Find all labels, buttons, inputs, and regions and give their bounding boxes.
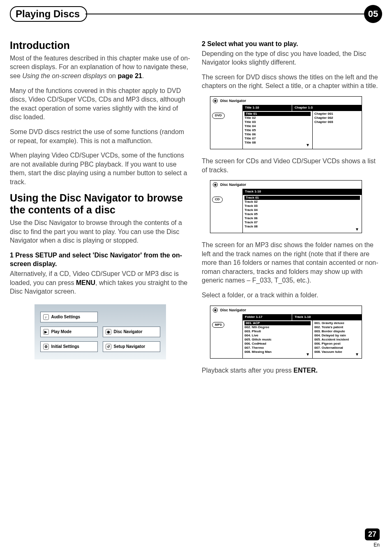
page-ref: page 21 <box>118 72 142 79</box>
title-item[interactable]: Title 05 <box>244 128 311 132</box>
right-column: 2 Select what you want to play. Dependin… <box>202 39 382 380</box>
menu-label: Audio Settings <box>51 314 81 320</box>
folder-item[interactable]: 006. CodHead <box>244 342 311 346</box>
menu-label: Initial Settings <box>51 344 79 350</box>
titles-header: Title 1-10 <box>242 105 292 111</box>
title-item[interactable]: Title 08 <box>244 141 311 145</box>
track-item[interactable]: 008. Vacuum tube <box>314 350 360 354</box>
mp3-select: Select a folder, or a track within a fol… <box>202 291 382 300</box>
navigator-label: Disc Navigator <box>220 98 246 103</box>
chapters-header: Chapter 1-3 <box>292 105 362 111</box>
folder-list[interactable]: 001. ACP 002. Nth Degree 003. Pfeuti 004… <box>242 320 312 358</box>
disc-type-tag: MP3 <box>212 322 224 328</box>
track-item[interactable]: 004. Delayed by rain <box>314 334 360 338</box>
folder-item[interactable]: 004. Live <box>244 334 311 338</box>
enter-key: ENTER. <box>293 367 318 374</box>
page-header: Playing Discs 05 <box>0 0 392 23</box>
navigator-label: Disc Navigator <box>220 308 246 313</box>
track-list[interactable]: Track 01 Track 02 Track 03 Track 04 Trac… <box>242 195 362 233</box>
title-item[interactable]: Title 03 <box>244 120 311 124</box>
folder-item[interactable]: 002. Nth Degree <box>244 325 311 329</box>
cd-intro: The screen for CDs and Video CD/Super VC… <box>202 157 382 174</box>
introduction-heading: Introduction <box>10 39 190 51</box>
chapter-list[interactable]: Chapter 001 Chapter 002 Chapter 003 <box>312 111 362 149</box>
page-number-badge: 27 <box>365 528 380 540</box>
folders-header: Folder 1-17 <box>242 314 292 320</box>
step-2-title: 2 Select what you want to play. <box>202 39 382 49</box>
title-item[interactable]: Title 06 <box>244 132 311 137</box>
title-list[interactable]: Title 01 Title 02 Title 03 Title 04 Titl… <box>242 111 312 149</box>
intro-paragraph-4: When playing Video CD/Super VCDs, some o… <box>10 151 190 186</box>
scroll-down-icon[interactable]: ▼ <box>306 143 310 148</box>
mp3-intro: The screen for an MP3 disc shows the fol… <box>202 241 382 285</box>
dvd-navigator-figure: ◉ Disc Navigator Title 1-10 Chapter 1-3 … <box>210 96 362 149</box>
track-item[interactable]: 005. Accident incident <box>314 338 360 342</box>
empty-cell <box>103 312 160 322</box>
track-item[interactable]: Track 04 <box>244 208 360 212</box>
setup-navigator-icon: ↺ <box>106 344 111 350</box>
chapter-item[interactable]: Chapter 001 <box>314 112 360 116</box>
track-item[interactable]: 002. Tesla's patent <box>314 325 360 329</box>
menu-audio-settings[interactable]: ♪ Audio Settings <box>40 312 98 322</box>
scroll-down-icon[interactable]: ▼ <box>306 352 310 357</box>
text: on <box>107 72 118 79</box>
disc-icon: ◉ <box>213 308 218 313</box>
speaker-icon: ♪ <box>43 314 49 320</box>
track-item[interactable]: Track 06 <box>244 216 360 220</box>
page-footer: 27 En <box>365 528 380 548</box>
chapter-item[interactable]: Chapter 003 <box>314 120 360 124</box>
title-item-selected[interactable]: Title 01 <box>244 112 311 116</box>
folder-item[interactable]: 008. Missing Man <box>244 350 311 354</box>
dvd-intro: The screen for DVD discs shows the title… <box>202 73 382 90</box>
intro-paragraph-2: Many of the functions covered in this ch… <box>10 86 190 122</box>
scroll-down-icon[interactable]: ▼ <box>355 352 359 357</box>
menu-setup-navigator[interactable]: ↺ Setup Navigator <box>103 341 160 352</box>
text: . <box>142 72 144 79</box>
track-item[interactable]: Track 03 <box>244 204 360 208</box>
track-item[interactable]: 007. Outernational <box>314 346 360 350</box>
chapter-item[interactable]: Chapter 002 <box>314 116 360 120</box>
chapter-title: Playing Discs <box>10 6 87 22</box>
folder-item-selected[interactable]: 001. ACP <box>244 321 311 325</box>
track-item-selected[interactable]: Track 01 <box>244 196 360 200</box>
chapter-number-badge: 05 <box>364 5 382 23</box>
track-item[interactable]: 001. Gravity deluxe <box>314 321 360 325</box>
tracks-header: Track 1-10 <box>242 189 362 195</box>
folder-item[interactable]: 003. Pfeuti <box>244 329 311 334</box>
step-1-body: Alternatively, if a CD, Video CD/Super V… <box>10 269 190 296</box>
step-1-title: 1 Press SETUP and select 'Disc Navigator… <box>10 251 190 269</box>
menu-label: Play Mode <box>51 329 71 335</box>
menu-label: Setup Navigator <box>114 344 145 350</box>
title-item[interactable]: Title 02 <box>244 116 311 120</box>
menu-key: MENU <box>76 279 95 286</box>
intro-paragraph-1: Most of the features described in this c… <box>10 54 190 81</box>
disc-navigator-paragraph: Use the Disc Navigator to browse through… <box>10 218 190 245</box>
italic-text: Using the on-screen displays <box>22 72 106 79</box>
track-item[interactable]: Track 02 <box>244 200 360 204</box>
text: Playback starts after you press <box>202 367 293 374</box>
navigator-label: Disc Navigator <box>220 182 246 187</box>
menu-play-mode[interactable]: ▶ Play Mode <box>40 327 98 337</box>
track-item[interactable]: Track 07 <box>244 220 360 225</box>
track-item[interactable]: 006. Pigeon post <box>314 342 360 346</box>
language-indicator: En <box>365 542 380 548</box>
cd-navigator-figure: ◉ Disc Navigator Track 1-10 CD Track 01 … <box>210 180 362 233</box>
track-item[interactable]: 003. Border dispute <box>314 329 360 334</box>
disc-type-tag: DVD <box>212 113 225 119</box>
mp3-track-list[interactable]: 001. Gravity deluxe 002. Tesla's patent … <box>312 320 362 358</box>
play-mode-icon: ▶ <box>43 329 49 335</box>
scroll-down-icon[interactable]: ▼ <box>355 227 359 232</box>
folder-item[interactable]: 007. Thermo <box>244 346 311 350</box>
title-item[interactable]: Title 04 <box>244 124 311 128</box>
tracks-header: Track 1-10 <box>292 314 362 320</box>
title-item[interactable]: Title 07 <box>244 137 311 141</box>
track-item[interactable]: Track 05 <box>244 212 360 216</box>
playback-note: Playback starts after you press ENTER. <box>202 366 382 375</box>
left-column: Introduction Most of the features descri… <box>10 39 190 380</box>
menu-initial-settings[interactable]: ⚙ Initial Settings <box>40 341 98 352</box>
menu-disc-navigator[interactable]: ◉ Disc Navigator <box>103 327 160 337</box>
disc-icon: ◉ <box>213 182 218 187</box>
setup-menu-figure: ♪ Audio Settings ▶ Play Mode ◉ Disc Navi… <box>35 304 166 359</box>
folder-item[interactable]: 005. Glitch music <box>244 338 311 342</box>
track-item[interactable]: Track 08 <box>244 225 360 229</box>
